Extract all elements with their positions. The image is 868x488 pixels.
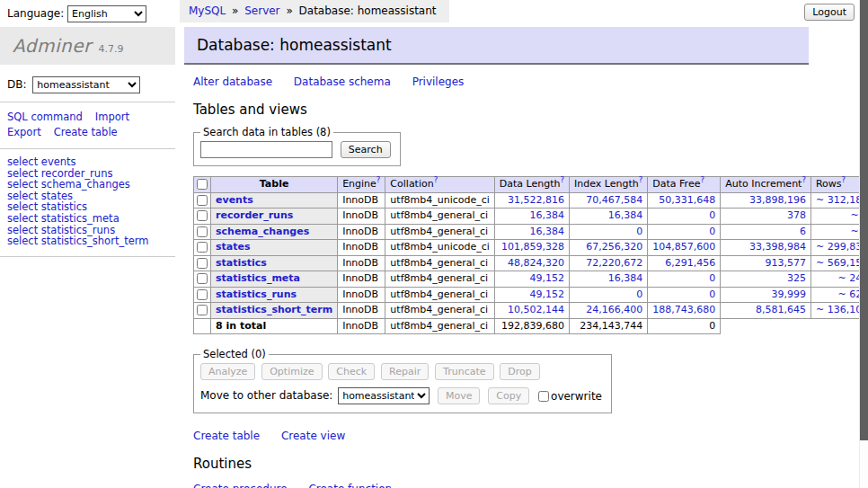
table-name-link[interactable]: recorder_runs bbox=[216, 209, 293, 221]
row-select-cell[interactable] bbox=[194, 287, 211, 303]
index-length-cell-link[interactable]: 70,467,584 bbox=[586, 194, 642, 206]
overwrite-option[interactable]: overwrite bbox=[538, 390, 602, 403]
create-function-link[interactable]: Create function bbox=[308, 483, 392, 488]
import-link[interactable]: Import bbox=[95, 111, 129, 123]
data-length-cell-link[interactable]: 10,502,144 bbox=[508, 304, 564, 315]
create-table-link-sidebar[interactable]: Create table bbox=[54, 126, 118, 138]
row-select-cell[interactable] bbox=[194, 303, 211, 319]
row-checkbox[interactable] bbox=[197, 273, 208, 284]
data-free-cell-link[interactable]: 0 bbox=[709, 226, 715, 237]
data-free-cell-link[interactable]: 0 bbox=[709, 209, 715, 221]
row-checkbox[interactable] bbox=[197, 226, 208, 237]
check-button[interactable]: Check bbox=[328, 363, 375, 380]
index-length-cell-link[interactable]: 72,220,672 bbox=[586, 257, 642, 269]
index-length-cell-link[interactable]: 16,384 bbox=[608, 272, 643, 284]
row-checkbox[interactable] bbox=[197, 258, 208, 269]
auto-increment-cell-link[interactable]: 8,581,645 bbox=[756, 304, 806, 315]
data-free-cell-link[interactable]: 188,743,680 bbox=[652, 304, 715, 315]
create-table-link[interactable]: Create table bbox=[193, 430, 260, 442]
copy-button[interactable]: Copy bbox=[488, 387, 529, 404]
database-schema-link[interactable]: Database schema bbox=[294, 75, 391, 88]
row-checkbox[interactable] bbox=[197, 195, 208, 206]
data-length-cell-link[interactable]: 31,522,816 bbox=[508, 194, 564, 206]
scrollbar-thumb[interactable] bbox=[860, 0, 868, 440]
row-select-cell[interactable] bbox=[194, 209, 211, 225]
data-length-cell-link[interactable]: 16,384 bbox=[530, 209, 565, 221]
help-icon[interactable]: ? bbox=[434, 175, 438, 184]
help-icon[interactable]: ? bbox=[376, 175, 381, 184]
table-name-link[interactable]: statistics bbox=[216, 257, 267, 269]
alter-database-link[interactable]: Alter database bbox=[193, 75, 272, 88]
index-length-cell-link[interactable]: 24,166,400 bbox=[586, 304, 642, 315]
adminer-logo[interactable]: Adminer bbox=[13, 35, 92, 57]
data-length-cell-link[interactable]: 101,859,328 bbox=[501, 241, 564, 253]
language-select[interactable]: English bbox=[67, 5, 146, 22]
table-name-link[interactable]: events bbox=[216, 194, 253, 206]
row-checkbox[interactable] bbox=[197, 289, 208, 300]
row-select-cell[interactable] bbox=[194, 192, 211, 209]
table-name-link[interactable]: schema_changes bbox=[216, 226, 309, 237]
data-free-cell-link[interactable]: 104,857,600 bbox=[652, 241, 715, 253]
move-button[interactable]: Move bbox=[438, 387, 481, 404]
table-name-link[interactable]: statistics_short_term bbox=[216, 304, 332, 315]
data-free-cell-link[interactable]: 6,291,456 bbox=[665, 257, 715, 269]
data-length-cell-link[interactable]: 48,824,320 bbox=[508, 257, 564, 269]
optimize-button[interactable]: Optimize bbox=[261, 363, 322, 380]
index-length-cell-link[interactable]: 67,256,320 bbox=[586, 241, 642, 253]
help-icon[interactable]: ? bbox=[639, 175, 643, 184]
help-icon[interactable]: ? bbox=[561, 175, 565, 184]
auto-increment-cell-link[interactable]: 378 bbox=[787, 209, 806, 221]
data-length-cell-link[interactable]: 49,152 bbox=[530, 288, 565, 300]
db-select[interactable]: homeassistant bbox=[32, 76, 140, 93]
data-free-cell-link[interactable]: 0 bbox=[709, 272, 715, 284]
help-icon[interactable]: ? bbox=[700, 175, 704, 184]
auto-increment-cell-link[interactable]: 39,999 bbox=[771, 288, 806, 300]
index-length-cell-link[interactable]: 16,384 bbox=[608, 209, 643, 221]
auto-increment-cell-link[interactable]: 325 bbox=[787, 272, 806, 284]
create-view-link[interactable]: Create view bbox=[281, 430, 345, 442]
data-length-cell-link[interactable]: 49,152 bbox=[530, 272, 565, 284]
select-all-checkbox[interactable] bbox=[197, 179, 208, 190]
row-checkbox[interactable] bbox=[197, 305, 208, 315]
logout-button[interactable]: Logout bbox=[804, 4, 855, 21]
repair-button[interactable]: Repair bbox=[381, 363, 429, 380]
table-name-link[interactable]: statistics_meta bbox=[216, 272, 300, 284]
privileges-link[interactable]: Privileges bbox=[412, 75, 465, 88]
data-length-cell-link[interactable]: 16,384 bbox=[530, 226, 565, 237]
collation-cell: utf8mb4_general_ci bbox=[385, 303, 494, 319]
help-icon[interactable]: ? bbox=[842, 175, 846, 184]
select-all-cell[interactable] bbox=[194, 177, 211, 193]
index-length-cell-link[interactable]: 0 bbox=[636, 288, 642, 300]
search-button[interactable]: Search bbox=[341, 141, 391, 158]
row-select-cell[interactable] bbox=[194, 224, 211, 240]
truncate-button[interactable]: Truncate bbox=[435, 363, 493, 380]
breadcrumb-mysql-link[interactable]: MySQL bbox=[189, 4, 226, 17]
row-select-cell[interactable] bbox=[194, 255, 211, 271]
breadcrumb-server-link[interactable]: Server bbox=[244, 4, 279, 17]
row-select-cell[interactable] bbox=[194, 271, 211, 288]
row-checkbox[interactable] bbox=[197, 210, 208, 221]
sql-command-link[interactable]: SQL command bbox=[7, 111, 83, 123]
analyze-button[interactable]: Analyze bbox=[200, 363, 255, 380]
auto-increment-cell-link[interactable]: 33,398,984 bbox=[749, 241, 806, 253]
vertical-scrollbar[interactable] bbox=[859, 0, 868, 488]
overwrite-checkbox[interactable] bbox=[538, 391, 549, 402]
export-link[interactable]: Export bbox=[7, 126, 41, 138]
auto-increment-cell-link[interactable]: 6 bbox=[800, 226, 806, 237]
data-free-cell-link[interactable]: 50,331,648 bbox=[659, 194, 715, 206]
table-name-link[interactable]: statistics_runs bbox=[216, 288, 297, 300]
create-procedure-link[interactable]: Create procedure bbox=[193, 483, 288, 488]
select-link[interactable]: select bbox=[7, 235, 38, 247]
drop-button[interactable]: Drop bbox=[500, 363, 539, 380]
sidebar-table-link[interactable]: statistics_short_term bbox=[41, 235, 149, 247]
row-checkbox[interactable] bbox=[197, 242, 208, 253]
move-database-select[interactable]: homeassistant bbox=[338, 387, 430, 404]
data-free-cell-link[interactable]: 0 bbox=[709, 288, 715, 300]
index-length-cell-link[interactable]: 0 bbox=[636, 226, 642, 237]
auto-increment-cell-link[interactable]: 33,898,196 bbox=[749, 194, 806, 206]
auto-increment-cell-link[interactable]: 913,577 bbox=[765, 257, 806, 269]
help-icon[interactable]: ? bbox=[802, 175, 806, 184]
table-name-link[interactable]: states bbox=[216, 241, 251, 253]
row-select-cell[interactable] bbox=[194, 240, 211, 256]
search-input[interactable] bbox=[200, 141, 332, 158]
